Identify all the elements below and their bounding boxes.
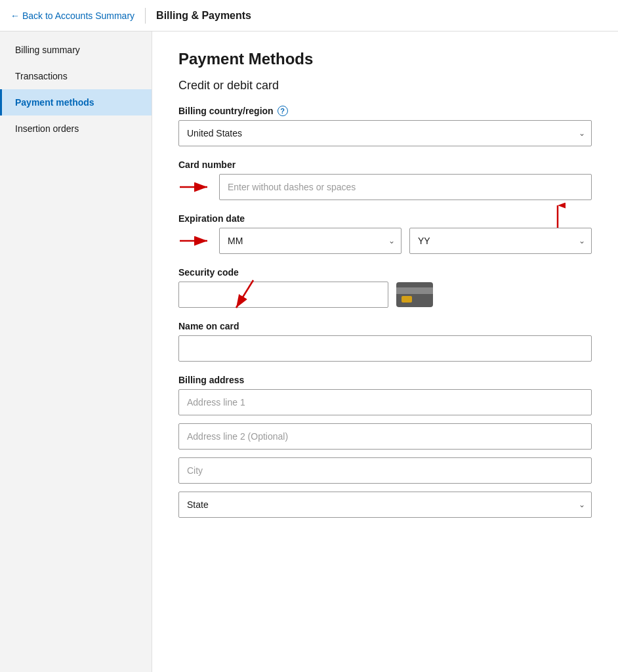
security-row <box>178 282 592 308</box>
security-code-group: Security code <box>178 267 592 308</box>
sidebar-item-label: Billing summary <box>15 45 80 55</box>
card-cvv-graphic <box>396 282 433 307</box>
sidebar-item-label: Insertion orders <box>15 123 79 134</box>
sidebar-item-insertion-orders[interactable]: Insertion orders <box>0 116 152 142</box>
sidebar-item-transactions[interactable]: Transactions <box>0 63 152 89</box>
city-input[interactable] <box>178 457 592 484</box>
red-arrow-icon <box>178 179 213 195</box>
expiration-date-label: Expiration date <box>178 213 592 224</box>
back-to-accounts-link[interactable]: ← Back to Accounts Summary <box>10 10 134 21</box>
billing-address-label: Billing address <box>178 375 592 385</box>
name-on-card-group: Name on card <box>178 321 592 362</box>
card-number-input[interactable] <box>219 174 592 200</box>
month-select[interactable]: MM 010203 040506 070809 101112 <box>219 228 402 254</box>
name-on-card-input[interactable] <box>178 335 592 362</box>
card-number-arrow <box>178 179 213 195</box>
card-chip <box>402 296 412 303</box>
month-select-wrapper: MM 010203 040506 070809 101112 ⌄ <box>219 228 402 254</box>
sidebar: Billing summary Transactions Payment met… <box>0 32 152 672</box>
billing-country-label: Billing country/region ? <box>178 106 592 116</box>
billing-country-group: Billing country/region ? United States C… <box>178 106 592 146</box>
page-header: ← Back to Accounts Summary Billing & Pay… <box>0 0 618 32</box>
state-select-wrapper: State Alabama Alaska Arizona California … <box>178 492 592 518</box>
main-content: Payment Methods Credit or debit card Bil… <box>152 32 618 672</box>
year-select[interactable]: YY 202420252026 202720282029 2030 <box>409 228 592 254</box>
header-divider <box>145 8 146 24</box>
card-number-label: Card number <box>178 159 592 170</box>
address-line2-input[interactable] <box>178 423 592 450</box>
billing-country-select-wrapper: United States Canada United Kingdom Aust… <box>178 120 592 146</box>
expiration-date-group: Expiration date <box>178 213 592 254</box>
name-on-card-label: Name on card <box>178 321 592 331</box>
main-layout: Billing summary Transactions Payment met… <box>0 32 618 672</box>
section-subtitle: Credit or debit card <box>178 79 592 93</box>
card-stripe <box>396 287 433 294</box>
sidebar-item-label: Payment methods <box>15 97 94 108</box>
billing-country-help-icon[interactable]: ? <box>278 106 288 116</box>
header-title: Billing & Payments <box>156 10 251 22</box>
state-select[interactable]: State Alabama Alaska Arizona California … <box>178 492 592 518</box>
year-select-wrapper: YY 202420252026 202720282029 2030 ⌄ <box>409 228 592 254</box>
sidebar-item-label: Transactions <box>15 71 68 81</box>
card-number-group: Card number <box>178 159 592 200</box>
sidebar-item-billing-summary[interactable]: Billing summary <box>0 37 152 63</box>
address-line1-input[interactable] <box>178 389 592 415</box>
security-code-label: Security code <box>178 267 239 278</box>
security-code-input[interactable] <box>178 282 388 308</box>
billing-address-group: Billing address State Alabama Alaska Ari… <box>178 375 592 518</box>
expiry-arrow <box>178 233 213 249</box>
sidebar-item-payment-methods[interactable]: Payment methods <box>0 89 152 116</box>
red-arrow-expiry-icon <box>178 233 213 249</box>
billing-country-select[interactable]: United States Canada United Kingdom Aust… <box>178 120 592 146</box>
page-title: Payment Methods <box>178 50 592 68</box>
